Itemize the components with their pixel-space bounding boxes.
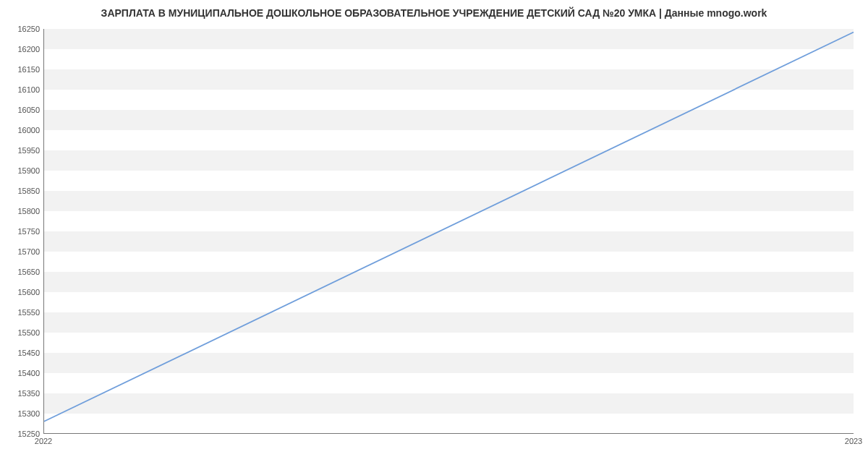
y-tick-label: 15300 (4, 409, 40, 418)
y-tick-label: 16050 (4, 106, 40, 114)
y-tick-label: 15900 (4, 166, 40, 175)
y-tick-label: 16250 (4, 25, 40, 33)
y-tick-label: 15750 (4, 227, 40, 236)
y-tick-label: 15800 (4, 207, 40, 215)
y-tick-label: 15400 (4, 369, 40, 377)
y-tick-label: 15700 (4, 247, 40, 256)
y-tick-label: 15550 (4, 308, 40, 317)
y-tick-label: 15600 (4, 288, 40, 296)
y-tick-label: 16100 (4, 85, 40, 94)
x-tick-label: 2022 (35, 437, 52, 445)
y-tick-label: 15500 (4, 328, 40, 337)
y-tick-label: 16200 (4, 45, 40, 54)
y-tick-label: 16000 (4, 126, 40, 134)
data-line (44, 29, 854, 433)
y-tick-label: 15350 (4, 389, 40, 398)
chart-title: ЗАРПЛАТА В МУНИЦИПАЛЬНОЕ ДОШКОЛЬНОЕ ОБРА… (0, 7, 868, 19)
y-tick-label: 15450 (4, 349, 40, 357)
y-tick-label: 15850 (4, 187, 40, 195)
plot-area (43, 29, 854, 434)
y-tick-label: 16150 (4, 65, 40, 74)
y-tick-label: 15950 (4, 146, 40, 155)
line-chart: ЗАРПЛАТА В МУНИЦИПАЛЬНОЕ ДОШКОЛЬНОЕ ОБРА… (0, 0, 868, 470)
y-tick-label: 15650 (4, 268, 40, 276)
x-tick-label: 2023 (845, 437, 862, 445)
